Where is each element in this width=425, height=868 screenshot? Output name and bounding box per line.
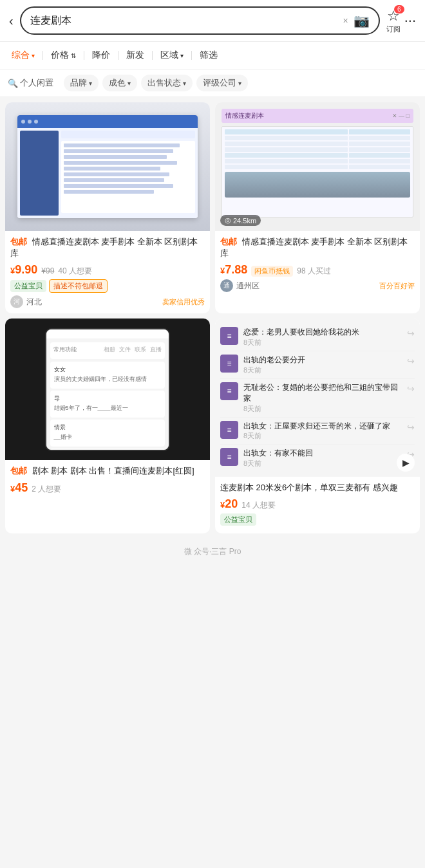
filter-personal[interactable]: 🔍 个人闲置 — [6, 75, 60, 91]
filter-sale-status-label: 出售状态 — [147, 77, 181, 89]
watermark-text: 微 众号·三言 Pro — [184, 547, 241, 556]
arrow-down-icon: ▾ — [32, 52, 35, 59]
price-row-1: ¥9.90 ¥99 40 人想要 — [10, 263, 205, 277]
brand-arrow-icon: ▾ — [89, 80, 92, 87]
want-count-1: 40 人想要 — [58, 266, 92, 277]
price-row-3: ¥45 2 人想要 — [10, 481, 205, 495]
list-item-3: ≡ 无耻老公：复婚的老公要把他和三姐的宝带回家 8天前 ↪ — [220, 379, 415, 418]
filter-brand[interactable]: 品牌 ▾ — [64, 75, 99, 91]
share-icon-2: ↪ — [407, 356, 415, 366]
list-item-4: ≡ 出轨女：正屋要求归还三哥的米，还砸了家 8天前 ↪ — [220, 418, 415, 445]
list-item-5: ≡ 出轨女：有家不能回 8天前 ↪ — [220, 445, 415, 472]
filter-bar-1: 综合 ▾ 价格 ⇅ 降价 新发 区域 ▾ 筛选 — [0, 42, 425, 69]
filter-rating-company[interactable]: 评级公司 ▾ — [196, 75, 248, 91]
filter-new-label: 新发 — [126, 50, 144, 61]
watermark: 微 众号·三言 Pro — [0, 539, 425, 565]
product-image-3: 常用功能 相册 文件 联系 直播 女女 演员的丈夫婚姻四年，已经没有感情 — [5, 319, 210, 460]
share-icon-1: ↪ — [407, 328, 415, 338]
filter-bar-2: 🔍 个人闲置 品牌 ▾ 成色 ▾ 出售状态 ▾ 评级公司 ▾ — [0, 69, 425, 97]
camera-icon[interactable]: 📷 — [354, 13, 370, 28]
product-title-4: 连麦剧本 20米发6个剧本，单双三麦都有 感兴趣 — [220, 482, 415, 494]
divider — [191, 51, 192, 60]
more-button[interactable]: ··· — [404, 12, 416, 29]
location-text-2: 24.5km — [233, 217, 256, 225]
price-3: ¥45 — [10, 481, 28, 495]
product-info-3: 包邮 剧本 剧本 剧本 出售！直播间连麦剧本[红圆] ¥45 2 人想要 — [5, 460, 210, 502]
seller-name-2: 通州区 — [236, 281, 260, 291]
personal-search-icon: 🔍 — [8, 78, 18, 88]
list-item-1: ≡ 恋爱：老男人要收回她给我花的米 8天前 ↪ — [220, 324, 415, 351]
coin-badge-2: 闲鱼币抵钱 — [251, 266, 293, 277]
filter-discount-label: 降价 — [92, 50, 110, 61]
list-item-title-5: 出轨女：有家不能回 — [243, 448, 402, 459]
filter-condition[interactable]: 成色 ▾ — [102, 75, 137, 91]
filter-region[interactable]: 区域 ▾ — [155, 47, 189, 64]
play-icon-4: ▶ — [397, 454, 415, 472]
header: ‹ 连麦剧本 × 📷 ☆ 订阅 6 ··· — [0, 0, 425, 42]
seller-badge-2: 百分百好评 — [379, 281, 415, 291]
product-card-1[interactable]: 包邮 情感直播连麦剧本 麦手剧本 全新本 区别剧本库 ¥9.90 ¥99 40 … — [5, 102, 210, 313]
list-doc-icon-4: ≡ — [220, 421, 238, 439]
filter-new[interactable]: 新发 — [121, 47, 149, 64]
subscribe-label: 订阅 — [386, 24, 401, 34]
list-item-title-3: 无耻老公：复婚的老公要把他和三姐的宝带回家 — [243, 382, 402, 404]
product-card-4[interactable]: ▶ ≡ 恋爱：老男人要收回她给我花的米 8天前 ↪ ≡ 出轨的老公要分开 8天前 — [215, 319, 420, 533]
subscribe-badge: 6 — [394, 5, 404, 14]
list-item-2: ≡ 出轨的老公要分开 8天前 ↪ — [220, 351, 415, 379]
filter-region-label: 区域 — [160, 50, 178, 61]
search-clear-button[interactable]: × — [343, 15, 348, 26]
list-doc-icon-5: ≡ — [220, 448, 238, 466]
price-sort-icon: ⇅ — [71, 52, 76, 59]
seller-row-1: 河 河北 卖家信用优秀 — [10, 295, 205, 308]
seller-row-2: 通 通州区 百分百好评 — [220, 279, 415, 292]
product-card-2[interactable]: 情感连麦剧本 ✕ — □ — [215, 102, 420, 313]
search-bar[interactable]: 连麦剧本 × 📷 — [20, 6, 380, 35]
list-doc-icon-2: ≡ — [220, 355, 238, 373]
seller-badge-1: 卖家信用优秀 — [162, 297, 205, 307]
want-count-2: 98 人买过 — [297, 266, 331, 277]
product-info-2: 包邮 情感直播连麦剧本 麦手剧本 全新本 区别剧本库 ¥7.88 闲鱼币抵钱 9… — [215, 231, 420, 297]
list-item-title-1: 恋爱：老男人要收回她给我花的米 — [243, 327, 402, 338]
product-image-2: 情感连麦剧本 ✕ — □ — [215, 102, 420, 231]
filter-more[interactable]: 筛选 — [194, 47, 223, 64]
list-item-time-5: 8天前 — [243, 459, 402, 468]
product-grid: 包邮 情感直播连麦剧本 麦手剧本 全新本 区别剧本库 ¥9.90 ¥99 40 … — [0, 97, 425, 539]
list-item-time-4: 8天前 — [243, 431, 402, 441]
sale-status-arrow-icon: ▾ — [183, 80, 186, 87]
list-item-time-3: 8天前 — [243, 404, 402, 414]
seller-name-1: 河北 — [26, 297, 42, 308]
seller-info-2: 通 通州区 — [220, 279, 260, 292]
back-button[interactable]: ‹ — [9, 14, 14, 28]
divider — [152, 51, 153, 60]
price-row-2: ¥7.88 闲鱼币抵钱 98 人买过 — [220, 263, 415, 277]
seller-avatar-1: 河 — [10, 295, 23, 308]
list-item-text-3: 无耻老公：复婚的老公要把他和三姐的宝带回家 8天前 — [243, 382, 402, 414]
list-item-time-1: 8天前 — [243, 338, 402, 347]
subscribe-button[interactable]: ☆ 订阅 6 — [386, 8, 401, 34]
tags-row-1: 公益宝贝 描述不符包邮退 — [10, 279, 205, 293]
filter-price[interactable]: 价格 ⇅ — [46, 47, 81, 64]
share-icon-4: ↪ — [407, 422, 415, 432]
filter-comprehensive[interactable]: 综合 ▾ — [6, 47, 40, 64]
filter-price-label: 价格 — [51, 50, 69, 61]
tags-row-4: 公益宝贝 — [220, 513, 415, 526]
rating-company-arrow-icon: ▾ — [238, 80, 241, 87]
header-right: ☆ 订阅 6 ··· — [386, 8, 416, 34]
divider — [118, 51, 118, 60]
product-title-3: 包邮 剧本 剧本 剧本 出售！直播间连麦剧本[红圆] — [10, 465, 205, 477]
free-ship-badge-1: 包邮 — [10, 237, 27, 246]
filter-sale-status[interactable]: 出售状态 ▾ — [141, 75, 193, 91]
price-2: ¥7.88 — [220, 263, 247, 277]
product-info-1: 包邮 情感直播连麦剧本 麦手剧本 全新本 区别剧本库 ¥9.90 ¥99 40 … — [5, 231, 210, 313]
product-info-4: 连麦剧本 20米发6个剧本，单双三麦都有 感兴趣 ¥20 14 人想要 公益宝贝 — [215, 477, 420, 533]
filter-personal-label: 个人闲置 — [20, 77, 53, 89]
product-card-3[interactable]: 常用功能 相册 文件 联系 直播 女女 演员的丈夫婚姻四年，已经没有感情 — [5, 319, 210, 533]
filter-discount[interactable]: 降价 — [87, 47, 115, 64]
charity-tag-4: 公益宝贝 — [220, 513, 256, 526]
filter-brand-label: 品牌 — [70, 77, 87, 89]
price-original-1: ¥99 — [41, 266, 54, 275]
filter-comprehensive-label: 综合 — [12, 50, 30, 61]
region-arrow-icon: ▾ — [180, 52, 184, 59]
list-doc-icon-1: ≡ — [220, 327, 238, 345]
list-item-title-2: 出轨的老公要分开 — [243, 355, 402, 365]
